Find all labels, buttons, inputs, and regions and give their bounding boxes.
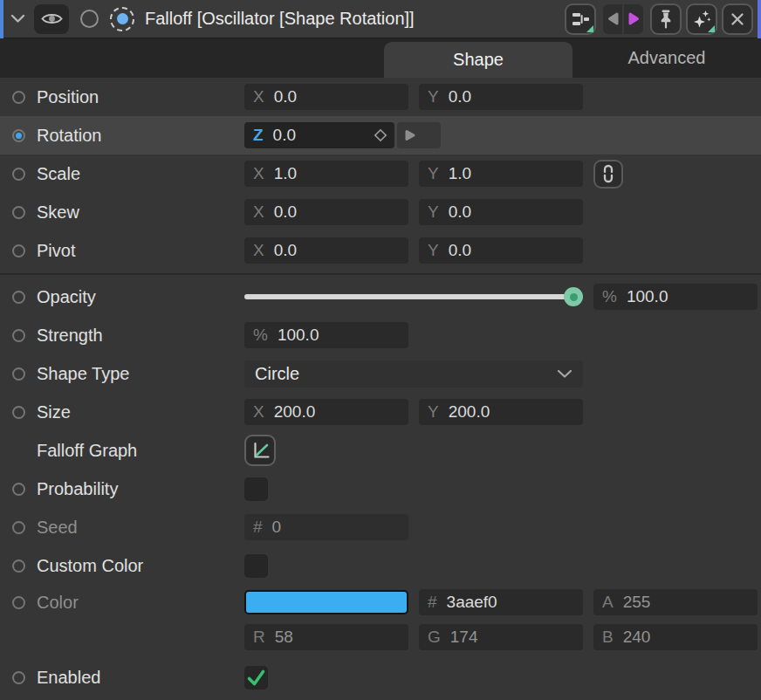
position-y-prefix: Y	[428, 87, 439, 106]
triangle-left-icon	[607, 11, 620, 26]
color-alpha-value: 255	[623, 593, 651, 612]
strength-percent-field[interactable]: % 100.0	[244, 322, 408, 348]
magic-actions-button[interactable]	[686, 3, 717, 35]
seed-animate-radio[interactable]	[12, 521, 25, 534]
color-blue-field[interactable]: B 240	[593, 624, 758, 650]
rotation-animate-radio[interactable]	[12, 129, 25, 142]
scale-x-field[interactable]: X 1.0	[244, 161, 408, 187]
pivot-x-field[interactable]: X 0.0	[244, 237, 408, 264]
skew-y-value: 0.0	[449, 202, 471, 222]
color-red-field[interactable]: R 58	[244, 624, 408, 650]
color-green-field[interactable]: G 174	[419, 624, 583, 650]
position-animate-radio[interactable]	[12, 91, 25, 104]
color-animate-radio[interactable]	[12, 596, 25, 609]
graph-curve-icon	[250, 441, 271, 461]
shape-type-animate-radio[interactable]	[12, 367, 25, 381]
size-x-prefix: X	[253, 402, 264, 422]
show-in-graph-button[interactable]	[565, 3, 596, 35]
pivot-animate-radio[interactable]	[12, 244, 25, 257]
color-red-value: 58	[275, 628, 293, 647]
opacity-animate-radio[interactable]	[12, 291, 25, 304]
custom-color-animate-radio[interactable]	[12, 559, 25, 573]
rotation-connection-expand[interactable]	[397, 122, 441, 148]
color-hex-prefix: #	[428, 593, 437, 612]
strength-animate-radio[interactable]	[12, 329, 25, 342]
strength-label: Strength	[37, 326, 103, 346]
color-swatch[interactable]	[244, 590, 408, 614]
opacity-slider-knob[interactable]	[564, 287, 583, 306]
keyframe-diamond-icon[interactable]	[374, 128, 387, 142]
pivot-label: Pivot	[37, 241, 75, 261]
position-x-prefix: X	[253, 87, 264, 106]
enabled-animate-radio[interactable]	[12, 671, 25, 684]
solo-circle-icon[interactable]	[80, 10, 99, 28]
opacity-slider-track[interactable]	[244, 294, 576, 299]
strength-percent-prefix: %	[253, 326, 268, 345]
shape-type-dropdown[interactable]: Circle	[244, 360, 583, 388]
scale-x-prefix: X	[253, 164, 264, 183]
color-blue-prefix: B	[602, 628, 614, 647]
tab-advanced[interactable]: Advanced	[572, 38, 761, 78]
row-position: Position X 0.0 Y 0.0	[0, 78, 761, 116]
selection-edge-left	[0, 0, 3, 38]
nav-back-button[interactable]	[603, 4, 622, 34]
pin-panel-button[interactable]	[650, 3, 682, 35]
color-blue-value: 240	[623, 628, 651, 647]
visibility-toggle-button[interactable]	[34, 4, 69, 34]
position-x-field[interactable]: X 0.0	[244, 84, 408, 110]
section-separator	[0, 270, 761, 278]
color-alpha-field[interactable]: A 255	[593, 589, 758, 615]
skew-label: Skew	[37, 202, 79, 223]
skew-y-field[interactable]: Y 0.0	[419, 199, 583, 225]
eye-icon	[40, 10, 64, 27]
skew-x-field[interactable]: X 0.0	[244, 199, 408, 225]
custom-color-label: Custom Color	[37, 556, 143, 576]
nav-forward-button[interactable]	[624, 4, 643, 34]
size-y-field[interactable]: Y 200.0	[419, 399, 583, 425]
row-falloff-graph: Falloff Graph	[0, 431, 761, 470]
skew-animate-radio[interactable]	[12, 206, 25, 219]
color-red-prefix: R	[253, 628, 265, 647]
enabled-checkbox[interactable]	[244, 666, 268, 690]
color-hex-field[interactable]: # 3aaef0	[419, 589, 583, 615]
opacity-percent-field[interactable]: % 100.0	[593, 284, 758, 310]
close-panel-button[interactable]	[722, 3, 753, 35]
row-color: Color # 3aaef0 A 255	[0, 585, 761, 620]
seed-field[interactable]: # 0	[244, 514, 408, 540]
seed-value: 0	[272, 518, 282, 537]
scale-y-prefix: Y	[428, 164, 439, 183]
probability-animate-radio[interactable]	[12, 483, 25, 496]
skew-x-prefix: X	[253, 202, 264, 222]
corner-badge	[708, 25, 715, 32]
pivot-y-field[interactable]: Y 0.0	[419, 237, 583, 264]
check-icon	[244, 666, 268, 690]
selection-edge-right	[758, 0, 761, 38]
position-y-field[interactable]: Y 0.0	[419, 84, 583, 110]
collapse-chevron-icon[interactable]	[10, 14, 25, 24]
rotation-z-field[interactable]: Z 0.0	[244, 122, 394, 148]
size-animate-radio[interactable]	[12, 406, 25, 419]
custom-color-checkbox[interactable]	[244, 554, 268, 578]
seed-label: Seed	[37, 518, 78, 538]
position-x-value: 0.0	[274, 87, 297, 106]
skew-x-value: 0.0	[274, 202, 297, 222]
row-opacity: Opacity % 100.0	[0, 278, 761, 316]
rotation-z-widget: Z 0.0	[244, 122, 441, 148]
scale-link-button[interactable]	[593, 160, 623, 189]
falloff-node-dot	[117, 13, 128, 24]
corner-badge	[586, 25, 593, 32]
expand-triangle-icon	[404, 128, 416, 142]
size-x-field[interactable]: X 200.0	[244, 399, 408, 425]
pivot-x-value: 0.0	[274, 241, 297, 260]
pin-icon	[657, 9, 675, 29]
pivot-y-prefix: Y	[428, 241, 439, 260]
probability-checkbox[interactable]	[244, 477, 268, 501]
falloff-graph-button[interactable]	[244, 435, 276, 466]
falloff-graph-label: Falloff Graph	[37, 441, 137, 461]
tab-shape[interactable]: Shape	[384, 42, 572, 78]
link-icon	[600, 163, 616, 184]
scale-animate-radio[interactable]	[12, 168, 25, 181]
opacity-percent-prefix: %	[602, 287, 617, 306]
scale-y-field[interactable]: Y 1.0	[419, 161, 583, 187]
pivot-x-prefix: X	[253, 241, 264, 260]
